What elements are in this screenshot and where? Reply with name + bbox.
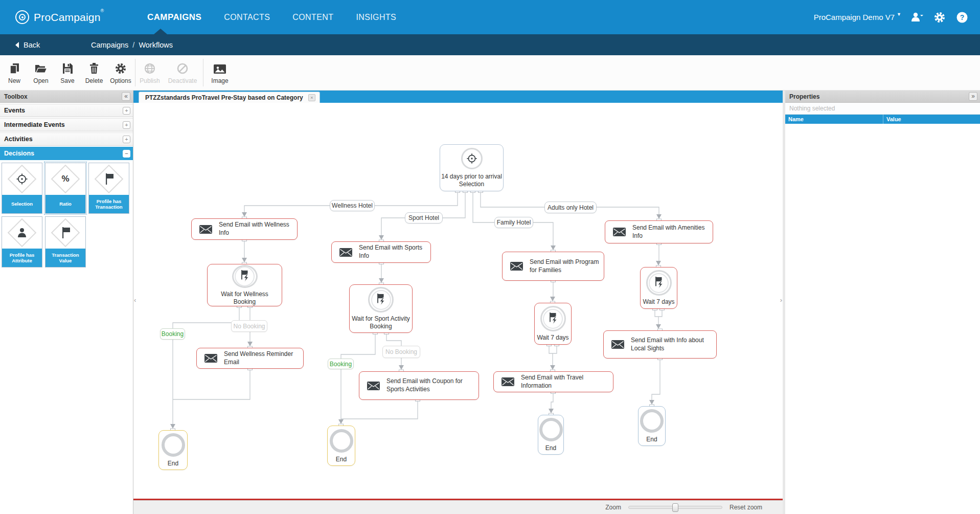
workflow-canvas: PTZZstandards ProTravel Pre-Stay based o… — [133, 91, 783, 514]
toolbox-section-activities[interactable]: Activities + — [0, 132, 133, 146]
end-circle-icon — [539, 418, 563, 441]
expand-plus-icon[interactable]: + — [123, 121, 130, 129]
open-folder-icon — [34, 61, 48, 75]
node-send-email-wellness-info[interactable]: Send Email with Wellness Info — [191, 218, 298, 240]
condition-label-no-booking-sport[interactable]: No Booking — [382, 346, 420, 358]
branch-label-adults-only-hotel[interactable]: Adults only Hotel — [544, 202, 597, 213]
properties-header: Properties » — [785, 91, 980, 103]
target-icon — [15, 172, 29, 186]
open-button[interactable]: Open — [28, 61, 54, 84]
node-send-email-info-about-local-sights[interactable]: Send Email with Info about Local Sights — [603, 330, 717, 359]
decision-item-selection[interactable]: Selection — [2, 163, 42, 214]
branch-label-sport-hotel[interactable]: Sport Hotel — [405, 212, 443, 224]
properties-grid-header: Name Value — [785, 115, 980, 124]
target-icon — [461, 148, 483, 169]
nav-campaigns[interactable]: CAMPAIGNS — [147, 12, 201, 23]
email-icon — [613, 228, 626, 236]
branch-label-family-hotel[interactable]: Family Hotel — [494, 217, 533, 228]
help-icon[interactable]: ? — [955, 11, 969, 24]
toolbox-title: Toolbox — [4, 93, 28, 100]
wait-flag-icon — [368, 287, 394, 312]
wait-flag-icon — [232, 265, 258, 288]
decision-item-transaction-value[interactable]: Transaction Value — [45, 216, 86, 267]
reset-zoom-button[interactable]: Reset zoom — [730, 504, 762, 511]
properties-collapse-button[interactable]: » — [969, 92, 977, 101]
branch-label-wellness-hotel[interactable]: Wellness Hotel — [330, 200, 375, 211]
nav-insights[interactable]: INSIGHTS — [356, 13, 396, 22]
toolbar-separator — [203, 59, 203, 86]
close-icon[interactable]: × — [308, 94, 315, 101]
image-button[interactable]: Image — [204, 61, 235, 84]
breadcrumb-campaigns[interactable]: Campaigns — [91, 41, 128, 49]
collapse-toolbox-arrow[interactable]: ‹ — [134, 298, 136, 303]
node-send-email-program-for-families[interactable]: Send Email with Program for Families — [502, 252, 604, 281]
procampaign-app: ProCampaign® CAMPAIGNS CONTACTS CONTENT … — [0, 0, 980, 514]
node-send-email-sports-info[interactable]: Send Email with Sports Info — [331, 241, 431, 263]
nav-contacts[interactable]: CONTACTS — [224, 13, 270, 22]
expand-plus-icon[interactable]: + — [123, 136, 130, 143]
flag-icon — [102, 172, 116, 186]
procampaign-logo[interactable]: ProCampaign® — [15, 10, 133, 24]
gear-icon[interactable] — [933, 11, 946, 24]
options-button[interactable]: Options — [107, 61, 134, 84]
delete-button[interactable]: Delete — [81, 61, 107, 84]
node-send-email-coupon-for-sports-activities[interactable]: Send Email with Coupon for Sports Activi… — [359, 371, 479, 400]
decision-item-profile-has-attribute[interactable]: Profile has Attribute — [2, 216, 42, 267]
save-button[interactable]: Save — [54, 61, 81, 84]
node-wait-for-sport-activity-booking[interactable]: Wait for Sport Activity Booking — [349, 284, 413, 333]
properties-title: Properties — [789, 93, 819, 100]
flag-icon — [59, 226, 72, 239]
node-send-email-travel-information[interactable]: Send Email with Travel Information — [493, 371, 613, 392]
save-floppy-icon — [61, 61, 74, 75]
workflow-toolbar: New Open Save Delete Options — [0, 55, 980, 91]
expand-plus-icon[interactable]: + — [123, 107, 130, 115]
zoom-slider[interactable] — [628, 506, 722, 509]
node-send-email-amenities-info[interactable]: Send Email with Amenities Info — [605, 220, 713, 243]
node-wait-7-days-family[interactable]: Wait 7 days — [534, 303, 572, 345]
decision-item-ratio[interactable]: % Ratio — [45, 163, 86, 214]
navbar-right: ProCampaign Demo V7▼ ? — [814, 0, 969, 34]
email-icon — [204, 354, 217, 363]
node-end-wellness[interactable]: End — [158, 430, 188, 470]
toolbox-header: Toolbox « — [0, 91, 133, 103]
node-send-wellness-reminder-email[interactable]: Send Wellness Reminder Email — [196, 348, 304, 369]
node-end-sport[interactable]: End — [327, 426, 355, 466]
node-start-selection[interactable]: 14 days prior to arrival Selection — [440, 144, 504, 191]
condition-label-no-booking-wellness[interactable]: No Booking — [231, 320, 267, 332]
toolbox-collapse-button[interactable]: « — [122, 92, 130, 101]
node-wait-7-days-adults[interactable]: Wait 7 days — [640, 267, 677, 309]
end-circle-icon — [640, 409, 664, 433]
back-chevron-icon — [14, 41, 19, 49]
collapse-properties-arrow[interactable]: › — [780, 298, 782, 303]
new-button[interactable]: New — [1, 61, 28, 84]
account-dropdown[interactable]: ProCampaign Demo V7▼ — [814, 13, 901, 21]
node-end-family[interactable]: End — [538, 415, 564, 455]
publish-globe-icon — [144, 61, 156, 75]
breadcrumb-workflows[interactable]: Workflows — [139, 41, 173, 49]
email-icon — [510, 262, 523, 271]
user-icon[interactable] — [910, 11, 924, 24]
back-button[interactable]: Back — [14, 41, 71, 49]
breadcrumb-bar: Back Campaigns / Workflows — [0, 34, 980, 55]
zoom-slider-handle[interactable] — [672, 503, 678, 512]
workflow-tab[interactable]: PTZZstandards ProTravel Pre-Stay based o… — [139, 92, 320, 103]
workflow-diagram: 14 days prior to arrival Selection Welln… — [133, 103, 783, 499]
email-icon — [339, 248, 352, 257]
deactivate-icon — [176, 61, 189, 75]
node-wait-for-wellness-booking[interactable]: Wait for Wellness Booking — [207, 264, 282, 306]
percent-icon: % — [61, 174, 69, 184]
condition-label-booking-wellness[interactable]: Booking — [160, 328, 185, 340]
properties-column-value: Value — [883, 115, 980, 124]
email-icon — [367, 382, 380, 390]
toolbox-section-intermediate-events[interactable]: Intermediate Events + — [0, 118, 133, 131]
toolbox-section-events[interactable]: Events + — [0, 104, 133, 117]
breadcrumb: Campaigns / Workflows — [91, 41, 173, 49]
decision-item-profile-has-transaction[interactable]: Profile has Transaction — [88, 163, 129, 214]
nav-content[interactable]: CONTENT — [292, 13, 333, 22]
trash-icon — [88, 61, 100, 75]
node-end-adults[interactable]: End — [638, 406, 666, 446]
toolbox-section-decisions[interactable]: Decisions − — [0, 147, 133, 160]
collapse-minus-icon[interactable]: − — [123, 150, 130, 158]
condition-label-booking-sport[interactable]: Booking — [328, 359, 354, 369]
image-icon — [213, 61, 226, 75]
